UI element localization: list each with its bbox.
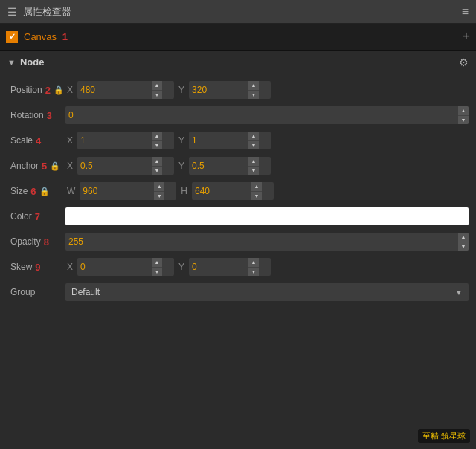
property-row-anchor: Anchor 5 🔒 X ▲ ▼ Y ▲ ▼ <box>0 153 476 178</box>
anchor-x-up[interactable]: ▲ <box>152 157 162 167</box>
group-select-arrow-icon: ▼ <box>455 288 463 297</box>
section-gear-icon[interactable]: ⚙ <box>459 56 469 68</box>
position-y-up[interactable]: ▲ <box>248 81 259 91</box>
size-w-arrows: ▲ ▼ <box>154 182 164 200</box>
scale-y-label: Y <box>178 135 184 146</box>
anchor-y-input[interactable] <box>189 157 248 175</box>
skew-y-input-group: ▲ ▼ <box>189 258 271 276</box>
canvas-row: Canvas 1 + <box>0 24 476 51</box>
rotation-input-group: ▲ ▼ <box>65 106 469 124</box>
size-h-down[interactable]: ▼ <box>251 192 262 201</box>
group-select[interactable]: Default ▼ <box>65 283 469 301</box>
skew-x-label: X <box>67 262 73 272</box>
size-w-up[interactable]: ▲ <box>154 182 164 192</box>
anchor-x-input[interactable] <box>77 157 152 175</box>
anchor-y-down[interactable]: ▼ <box>248 167 259 175</box>
rotation-label: Rotation 3 <box>10 110 62 121</box>
opacity-input-group: ▲ ▼ <box>65 233 469 251</box>
opacity-up[interactable]: ▲ <box>458 233 469 242</box>
scale-x-up[interactable]: ▲ <box>152 132 162 141</box>
position-y-input[interactable] <box>189 81 248 99</box>
position-x-up[interactable]: ▲ <box>152 81 162 91</box>
anchor-x-down[interactable]: ▼ <box>152 167 162 175</box>
opacity-label: Opacity 8 <box>10 236 62 248</box>
size-h-up[interactable]: ▲ <box>251 182 262 192</box>
skew-x-up[interactable]: ▲ <box>152 258 162 268</box>
canvas-label: Canvas 1 <box>24 31 456 42</box>
scale-y-input[interactable] <box>189 132 248 149</box>
size-lock-icon[interactable]: 🔒 <box>39 187 50 196</box>
group-label: Group <box>10 287 62 297</box>
color-label: Color 7 <box>10 211 62 222</box>
panel-icon: ☰ <box>7 6 17 18</box>
anchor-lock-icon[interactable]: 🔒 <box>50 161 60 171</box>
position-y-label: Y <box>178 85 184 95</box>
anchor-x-arrows: ▲ ▼ <box>152 157 162 175</box>
anchor-y-input-group: ▲ ▼ <box>189 157 271 175</box>
scale-label: Scale 4 <box>10 135 62 146</box>
position-x-arrows: ▲ ▼ <box>152 81 162 99</box>
scale-y-input-group: ▲ ▼ <box>189 132 271 149</box>
rotation-arrows: ▲ ▼ <box>458 106 469 124</box>
position-y-arrows: ▲ ▼ <box>248 81 259 99</box>
size-h-input-group: ▲ ▼ <box>192 182 274 200</box>
skew-y-label: Y <box>178 262 184 272</box>
skew-y-arrows: ▲ ▼ <box>248 258 259 276</box>
scale-x-down[interactable]: ▼ <box>152 141 162 150</box>
size-h-label: H <box>181 186 187 196</box>
scale-x-input[interactable] <box>77 132 152 149</box>
scale-y-down[interactable]: ▼ <box>248 141 259 150</box>
property-row-position: Position 2 🔒 X ▲ ▼ Y ▲ ▼ <box>0 77 476 103</box>
position-x-input[interactable] <box>77 81 152 99</box>
position-x-down[interactable]: ▼ <box>152 91 162 100</box>
skew-x-input[interactable] <box>77 258 152 276</box>
opacity-down[interactable]: ▼ <box>458 242 469 251</box>
rotation-input[interactable] <box>65 106 458 124</box>
anchor-x-label: X <box>67 161 73 171</box>
opacity-input[interactable] <box>65 233 458 251</box>
section-collapse-icon[interactable]: ▼ <box>7 58 16 67</box>
scale-x-arrows: ▲ ▼ <box>152 132 162 149</box>
canvas-add-button[interactable]: + <box>462 29 470 45</box>
skew-y-input[interactable] <box>189 258 248 276</box>
size-h-input[interactable] <box>192 182 251 200</box>
skew-label: Skew 9 <box>10 262 62 273</box>
rotation-down[interactable]: ▼ <box>458 116 469 125</box>
position-x-label: X <box>67 85 73 95</box>
section-title: Node <box>20 56 459 68</box>
position-y-down[interactable]: ▼ <box>248 91 259 100</box>
opacity-arrows: ▲ ▼ <box>458 233 469 251</box>
anchor-label: Anchor 5 🔒 <box>10 161 62 172</box>
group-select-value: Default <box>71 287 449 297</box>
position-y-input-group: ▲ ▼ <box>189 81 271 99</box>
scale-y-up[interactable]: ▲ <box>248 132 259 141</box>
skew-x-input-group: ▲ ▼ <box>77 258 174 276</box>
canvas-checkbox[interactable] <box>6 31 18 43</box>
position-x-input-group: ▲ ▼ <box>77 81 174 99</box>
size-h-arrows: ▲ ▼ <box>251 182 262 200</box>
position-lock-icon[interactable]: 🔒 <box>54 85 64 95</box>
size-w-input-group: ▲ ▼ <box>80 182 176 200</box>
panel-menu-icon[interactable]: ≡ <box>462 5 469 19</box>
properties-list: Position 2 🔒 X ▲ ▼ Y ▲ ▼ <box>0 74 476 449</box>
anchor-y-up[interactable]: ▲ <box>248 157 259 167</box>
position-label: Position 2 🔒 <box>10 85 62 96</box>
property-row-skew: Skew 9 X ▲ ▼ Y ▲ ▼ <box>0 254 476 280</box>
anchor-x-input-group: ▲ ▼ <box>77 157 174 175</box>
property-row-group: Group Default ▼ <box>0 280 476 305</box>
properties-panel: ☰ 属性检查器 ≡ Canvas 1 + ▼ Node ⚙ Position 2… <box>0 0 476 449</box>
property-row-opacity: Opacity 8 ▲ ▼ <box>0 229 476 254</box>
size-w-down[interactable]: ▼ <box>154 192 164 201</box>
panel-title: 属性检查器 <box>23 5 462 19</box>
skew-x-down[interactable]: ▼ <box>152 268 162 277</box>
color-swatch[interactable] <box>65 207 469 225</box>
size-label: Size 6 🔒 <box>10 186 62 197</box>
panel-header: ☰ 属性检查器 ≡ <box>0 0 476 24</box>
size-w-input[interactable] <box>80 182 154 200</box>
skew-y-down[interactable]: ▼ <box>248 268 259 277</box>
scale-x-label: X <box>67 135 73 146</box>
rotation-up[interactable]: ▲ <box>458 106 469 116</box>
scale-y-arrows: ▲ ▼ <box>248 132 259 149</box>
size-w-label: W <box>67 186 75 196</box>
skew-y-up[interactable]: ▲ <box>248 258 259 268</box>
